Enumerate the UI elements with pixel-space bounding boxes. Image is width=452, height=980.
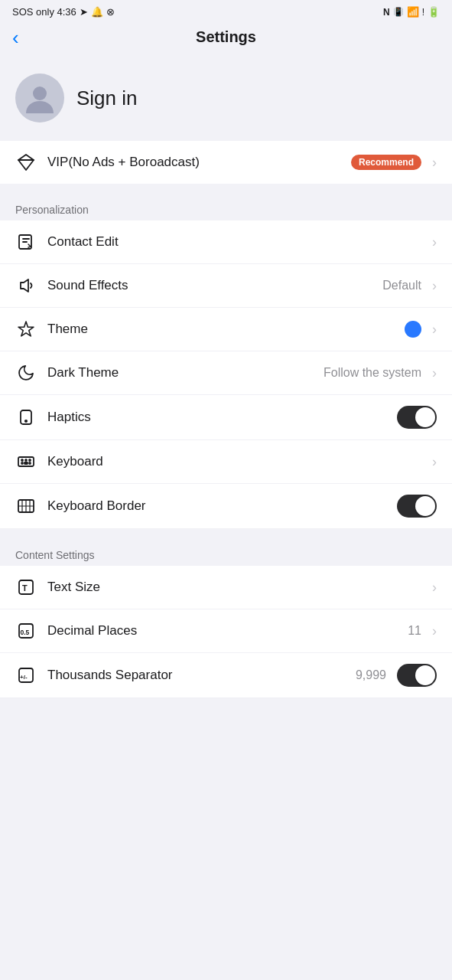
decimal-places-row[interactable]: 0.5 Decimal Places 11 › [0, 609, 452, 653]
sound-effects-row[interactable]: Sound Effects Default › [0, 264, 452, 308]
vibrate-icon: 📳 [393, 7, 404, 17]
keyboard-chevron-icon: › [432, 454, 437, 470]
text-size-label: Text Size [47, 580, 421, 595]
svg-point-11 [29, 462, 31, 464]
header: ‹ Settings [0, 21, 452, 58]
battery-icon: 🔋 [428, 6, 440, 18]
svg-point-9 [21, 462, 23, 464]
theme-chevron-icon: › [432, 322, 437, 338]
svg-text:T: T [22, 583, 28, 593]
dark-theme-value: Follow the system [324, 366, 421, 380]
signin-label[interactable]: Sign in [76, 87, 138, 110]
decimal-places-chevron-icon: › [432, 623, 437, 639]
decimal-places-icon: 0.5 [15, 620, 37, 642]
keyboard-label: Keyboard [47, 454, 421, 469]
status-left: SOS only 4:36 ➤ 🔔 ⊗ [12, 6, 115, 18]
keyboard-row[interactable]: Keyboard › [0, 440, 452, 484]
block-icon: ⊗ [106, 6, 115, 18]
battery-alert-icon: ! [422, 7, 424, 18]
thousands-separator-value: 9,999 [356, 668, 386, 682]
back-button[interactable]: ‹ [12, 28, 19, 47]
theme-icon [15, 318, 37, 340]
theme-color-dot [405, 321, 421, 338]
svg-marker-2 [21, 279, 28, 292]
bell-icon: 🔔 [91, 6, 103, 18]
keyboard-border-icon [15, 495, 37, 517]
status-right: N 📳 📶 ! 🔋 [383, 6, 440, 18]
svg-point-7 [25, 459, 27, 461]
dark-theme-label: Dark Theme [47, 365, 313, 381]
text-size-row[interactable]: T Text Size › [0, 566, 452, 609]
vip-icon [15, 152, 37, 173]
diamond-icon [17, 153, 35, 172]
avatar [15, 74, 64, 122]
svg-rect-5 [18, 457, 34, 466]
contact-edit-row[interactable]: Contact Edit › [0, 220, 452, 264]
svg-point-4 [25, 420, 27, 422]
vip-chevron-icon: › [432, 155, 437, 171]
thousands-separator-toggle[interactable] [397, 664, 437, 687]
wifi-icon: 📶 [407, 6, 419, 18]
sound-effects-chevron-icon: › [432, 278, 437, 294]
decimal-places-value: 11 [408, 624, 421, 638]
location-icon: ➤ [80, 6, 88, 18]
section-divider-1 [0, 184, 452, 191]
svg-point-8 [29, 459, 31, 461]
keyboard-icon [15, 451, 37, 472]
svg-text:0.5: 0.5 [21, 629, 30, 636]
keyboard-border-row[interactable]: Keyboard Border [0, 484, 452, 529]
vip-label: VIP(No Ads + Boroadcast) [47, 155, 340, 170]
svg-point-0 [33, 87, 47, 100]
contact-edit-chevron-icon: › [432, 234, 437, 250]
sound-effects-icon [15, 275, 37, 296]
text-size-icon: T [15, 577, 37, 598]
sound-effects-value: Default [382, 279, 421, 292]
haptics-toggle[interactable] [397, 406, 437, 429]
nfc-icon: N [383, 7, 390, 18]
sound-effects-label: Sound Effects [47, 278, 372, 293]
thousands-separator-label: Thousands Separator [47, 668, 345, 683]
signin-section[interactable]: Sign in [0, 58, 452, 141]
dark-theme-chevron-icon: › [432, 365, 437, 381]
keyboard-border-toggle[interactable] [397, 495, 437, 518]
avatar-icon [23, 81, 57, 115]
section-divider-2 [0, 529, 452, 537]
keyboard-border-label: Keyboard Border [47, 498, 386, 514]
haptics-icon [15, 407, 37, 428]
dark-theme-icon [15, 362, 37, 384]
page-title: Settings [196, 28, 256, 46]
decimal-places-label: Decimal Places [47, 623, 397, 639]
status-text: SOS only 4:36 [12, 6, 76, 18]
recommend-badge: Recommend [351, 155, 421, 170]
theme-row[interactable]: Theme › [0, 308, 452, 351]
svg-point-6 [21, 459, 23, 461]
vip-row[interactable]: VIP(No Ads + Boroadcast) Recommend › [0, 141, 452, 184]
thousands-separator-icon: +/- [15, 665, 37, 686]
text-size-chevron-icon: › [432, 580, 437, 596]
haptics-label: Haptics [47, 410, 386, 425]
svg-rect-10 [24, 462, 28, 464]
personalization-header: Personalization [0, 191, 452, 220]
content-settings-header: Content Settings [0, 537, 452, 566]
dark-theme-row[interactable]: Dark Theme Follow the system › [0, 351, 452, 395]
svg-text:+/-: +/- [20, 674, 28, 681]
contact-edit-label: Contact Edit [47, 234, 421, 250]
contact-edit-icon [15, 231, 37, 253]
thousands-separator-row[interactable]: +/- Thousands Separator 9,999 [0, 653, 452, 698]
status-bar: SOS only 4:36 ➤ 🔔 ⊗ N 📳 📶 ! 🔋 [0, 0, 452, 21]
haptics-row[interactable]: Haptics [0, 395, 452, 440]
theme-label: Theme [47, 322, 394, 337]
